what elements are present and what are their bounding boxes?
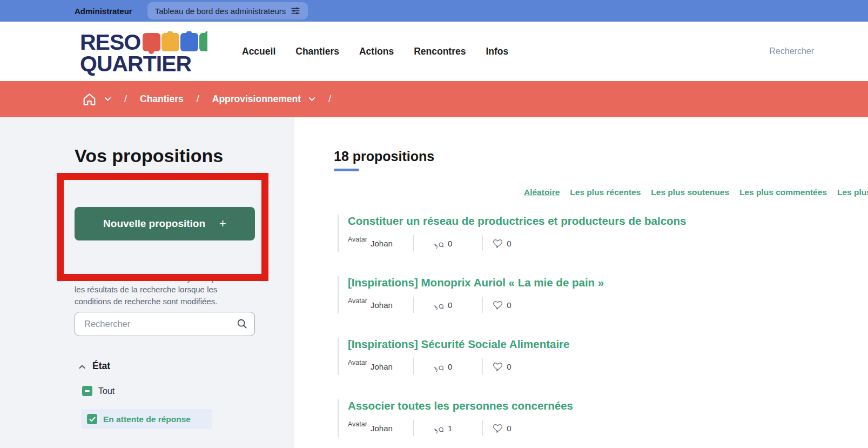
avatar: Avatar (348, 236, 367, 250)
meta-divider (413, 235, 414, 251)
search-icon[interactable] (236, 318, 248, 332)
comments-count: 0 (448, 362, 452, 371)
list-item: [Inspirations] Monoprix Auriol « La mie … (338, 276, 824, 313)
state-section-title: État (92, 360, 110, 372)
filter-option-label: Tout (98, 386, 115, 396)
meta-divider (482, 358, 483, 375)
logo-text-line2: QUARTIER (80, 53, 191, 75)
avatar: Avatar (348, 359, 367, 373)
filter-option-label: En attente de réponse (103, 414, 191, 424)
filter-hint-text: Le formulaire ci-dessous filtre dynamiqu… (75, 272, 253, 307)
proposition-meta: Avatar Johan 0 (348, 296, 824, 313)
comments-icon (434, 238, 445, 249)
propositions-count-heading: 18 propositions (334, 149, 434, 164)
proposition-meta: Avatar Johan 1 (348, 419, 824, 437)
new-proposal-button[interactable]: Nouvelle proposition + (75, 207, 255, 240)
comments-count: 0 (448, 300, 452, 310)
proposition-meta: Avatar Johan 0 (348, 358, 824, 375)
filter-option-tout[interactable]: Tout (82, 386, 115, 396)
list-item: [Inspirations] Sécurité Sociale Alimenta… (338, 338, 824, 375)
author-name: Johan (371, 300, 393, 310)
list-item: Associer toutes les personnes concernées… (338, 399, 824, 437)
heart-plus-icon (492, 238, 503, 249)
new-proposal-label: Nouvelle proposition (103, 218, 205, 230)
comments-count: 1 (448, 424, 452, 433)
site-header: RESO QUARTIER Accueil Chantiers Actions … (0, 22, 868, 81)
sort-plus-suivies[interactable]: Les plus su (837, 188, 868, 197)
breadcrumb-separator: / (328, 93, 331, 105)
comments-icon (434, 300, 445, 310)
comments-count-group: 0 (434, 362, 452, 372)
admin-dashboard-button[interactable]: Tableau de bord des administrateurs (147, 2, 308, 19)
breadcrumb-item-approvisionnement[interactable]: Approvisionnement (212, 93, 301, 105)
proposition-title-link[interactable]: [Inspirations] Monoprix Auriol « La mie … (348, 276, 824, 289)
heart-plus-icon (492, 423, 503, 433)
logo-puzzle-pieces-icon (143, 33, 207, 51)
supports-count: 0 (507, 424, 511, 433)
admin-top-bar: Administrateur Tableau de bord des admin… (0, 0, 868, 22)
nav-item-actions[interactable]: Actions (359, 46, 394, 57)
nav-item-accueil[interactable]: Accueil (242, 46, 275, 57)
author-name: Johan (371, 362, 393, 371)
supports-count-group: 0 (492, 238, 511, 249)
logo-text-line1: RESO (80, 31, 140, 53)
proposition-title-link[interactable]: [Inspirations] Sécurité Sociale Alimenta… (348, 338, 824, 351)
comments-count-group: 0 (434, 238, 452, 249)
avatar: Avatar (348, 421, 367, 435)
author-name: Johan (371, 424, 393, 433)
supports-count-group: 0 (492, 299, 511, 310)
state-section-toggle[interactable]: État (79, 360, 110, 372)
meta-divider (413, 297, 414, 313)
propositions-main: 18 propositions Aléatoire Les plus récen… (294, 117, 868, 448)
comments-icon (434, 423, 445, 433)
approvisionnement-chevron-down-icon[interactable] (308, 97, 315, 102)
chevron-up-icon (79, 362, 85, 371)
sort-plus-soutenues[interactable]: Les plus soutenues (651, 188, 729, 197)
supports-count: 0 (507, 239, 511, 248)
propositions-list: Constituer un réseau de productrices et … (338, 215, 824, 448)
admin-dashboard-label: Tableau de bord des administrateurs (155, 6, 286, 16)
meta-divider (482, 235, 483, 251)
sidebar-search (75, 312, 255, 336)
proposition-meta: Avatar Johan 0 (348, 235, 824, 252)
filters-sidebar: Vos propositions Nouvelle proposition + … (0, 117, 294, 448)
meta-divider (482, 420, 483, 436)
count-underline-accent (334, 169, 359, 171)
proposition-title-link[interactable]: Associer toutes les personnes concernées (348, 399, 824, 412)
home-chevron-down-icon[interactable] (104, 97, 111, 102)
breadcrumb: / Chantiers / Approvisionnement / (0, 81, 868, 117)
nav-item-chantiers[interactable]: Chantiers (295, 46, 339, 57)
sort-aleatoire[interactable]: Aléatoire (524, 188, 560, 197)
supports-count-group: 0 (492, 361, 511, 372)
sidebar-title: Vos propositions (75, 145, 223, 166)
heart-plus-icon (492, 361, 503, 372)
sliders-icon (291, 6, 300, 16)
filter-option-en-attente[interactable]: En attente de réponse (81, 409, 212, 429)
meta-divider (413, 420, 414, 436)
meta-divider (482, 297, 483, 313)
breadcrumb-separator: / (124, 93, 127, 105)
admin-role-label: Administrateur (75, 6, 132, 16)
nav-item-rencontres[interactable]: Rencontres (414, 46, 466, 57)
proposition-title-link[interactable]: Constituer un réseau de productrices et … (348, 215, 824, 228)
sidebar-search-input[interactable] (75, 312, 255, 336)
home-icon[interactable] (82, 92, 97, 106)
checkbox-checked-icon[interactable] (87, 414, 97, 424)
comments-icon (434, 362, 445, 372)
site-logo[interactable]: RESO QUARTIER (80, 31, 207, 80)
nav-item-infos[interactable]: Infos (486, 46, 508, 57)
author-name: Johan (371, 239, 393, 248)
plus-icon: + (219, 217, 226, 231)
header-search-link[interactable]: Rechercher (769, 46, 814, 56)
breadcrumb-item-chantiers[interactable]: Chantiers (140, 93, 184, 105)
sort-plus-commentees[interactable]: Les plus commentées (739, 188, 827, 197)
meta-divider (413, 358, 414, 375)
sort-plus-recentes[interactable]: Les plus récentes (570, 188, 641, 197)
comments-count: 0 (448, 239, 452, 248)
supports-count-group: 0 (492, 423, 511, 433)
heart-plus-icon (492, 299, 503, 310)
sort-options-row: Aléatoire Les plus récentes Les plus sou… (524, 188, 868, 197)
checkbox-indeterminate-icon[interactable] (82, 386, 92, 396)
supports-count: 0 (507, 300, 511, 310)
comments-count-group: 1 (434, 423, 452, 433)
